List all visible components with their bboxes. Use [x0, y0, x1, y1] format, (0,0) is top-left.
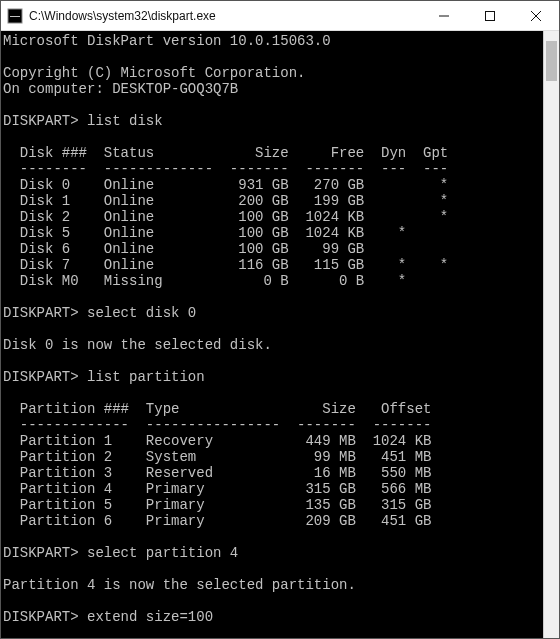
vertical-scrollbar[interactable] [543, 31, 559, 638]
svg-rect-1 [10, 16, 20, 17]
svg-rect-3 [486, 11, 495, 20]
console-output[interactable]: Microsoft DiskPart version 10.0.15063.0 … [1, 31, 543, 638]
scrollbar-thumb[interactable] [546, 41, 557, 81]
client-area: Microsoft DiskPart version 10.0.15063.0 … [1, 31, 559, 638]
window-title: C:\Windows\system32\diskpart.exe [29, 9, 216, 23]
diskpart-window: C:\Windows\system32\diskpart.exe Microso… [0, 0, 560, 639]
close-button[interactable] [513, 1, 559, 31]
minimize-button[interactable] [421, 1, 467, 31]
maximize-button[interactable] [467, 1, 513, 31]
titlebar[interactable]: C:\Windows\system32\diskpart.exe [1, 1, 559, 31]
app-icon [7, 8, 23, 24]
